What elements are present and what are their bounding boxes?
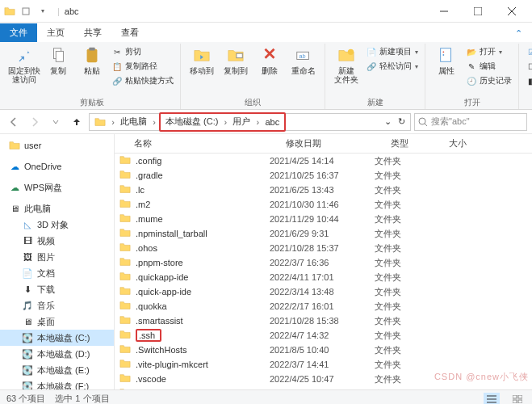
qat-dropdown[interactable]: ▾	[36, 5, 49, 18]
file-row[interactable]: .npminstall_tarball2021/6/29 9:31文件夹	[115, 226, 532, 241]
select-all-button[interactable]: ☑全部选择	[524, 45, 532, 58]
ribbon-tabs: 文件 主页 共享 查看 ⌃	[0, 23, 532, 42]
col-type[interactable]: 类型	[391, 137, 449, 149]
properties-button[interactable]: 属性	[430, 44, 463, 77]
file-date: 2022/3/7 16:36	[270, 258, 375, 267]
history-button[interactable]: 🕘历史记录	[464, 74, 513, 87]
svg-rect-24	[518, 400, 522, 403]
tree-drive-c[interactable]: 💽本地磁盘 (C:)	[0, 330, 114, 346]
tab-home[interactable]: 主页	[37, 23, 74, 42]
file-row[interactable]: .gradle2021/10/25 16:37文件夹	[115, 168, 532, 183]
tree-onedrive[interactable]: ☁OneDrive	[0, 158, 114, 175]
file-row[interactable]: .quickapp-ide2022/4/11 17:01文件夹	[115, 270, 532, 284]
cut-button[interactable]: ✂剪切	[110, 45, 175, 58]
pin-quickaccess-button[interactable]: 固定到快 速访问	[8, 44, 40, 86]
delete-button[interactable]: 删除	[253, 44, 286, 77]
nav-recent-button[interactable]	[47, 113, 65, 131]
tree-downloads[interactable]: ⬇下载	[0, 281, 114, 297]
nav-tree[interactable]: user ☁OneDrive ☁WPS网盘 🖥此电脑 ◺3D 对象 🎞视频 🖼图…	[0, 134, 115, 389]
view-icons-button[interactable]	[509, 393, 526, 405]
file-row[interactable]: .lc2021/6/25 13:43文件夹	[115, 183, 532, 197]
qat-icon[interactable]	[19, 5, 32, 18]
file-type: 文件夹	[375, 213, 433, 225]
tree-drive-d[interactable]: 💽本地磁盘 (D:)	[0, 346, 114, 362]
file-row[interactable]: .m22021/10/30 11:46文件夹	[115, 197, 532, 212]
breadcrumb-refresh[interactable]: ↻	[395, 114, 408, 130]
maximize-button[interactable]	[461, 0, 495, 23]
new-folder-button[interactable]: 新建 文件夹	[330, 44, 362, 86]
open-button[interactable]: 📂打开▾	[464, 45, 513, 58]
file-row[interactable]: .quokka2022/2/17 16:01文件夹	[115, 299, 532, 314]
close-button[interactable]	[495, 0, 529, 23]
tree-documents[interactable]: 📄文档	[0, 265, 114, 281]
file-row[interactable]: .pnpm-store2022/3/7 16:36文件夹	[115, 255, 532, 270]
invert-selection-button[interactable]: ◧反向选择	[524, 74, 532, 87]
col-date[interactable]: 修改日期	[286, 137, 391, 149]
minimize-button[interactable]	[427, 0, 461, 23]
breadcrumb-drive[interactable]: 本地磁盘 (C:)	[162, 114, 221, 130]
copy-button[interactable]: 复制	[42, 44, 74, 77]
file-date: 2021/10/28 15:37	[270, 243, 375, 253]
file-rows[interactable]: .config2021/4/25 14:14文件夹.gradle2021/10/…	[115, 154, 532, 389]
breadcrumb-dropdown[interactable]: ⌄	[381, 114, 395, 130]
nav-back-button[interactable]	[5, 113, 23, 131]
search-placeholder: 搜索"abc"	[431, 116, 470, 128]
titlebar: ▾ | abc	[0, 0, 532, 23]
file-row[interactable]: .mume2021/11/29 10:44文件夹	[115, 212, 532, 226]
tree-pictures[interactable]: 🖼图片	[0, 249, 114, 265]
file-row[interactable]: .ohos2021/10/28 15:37文件夹	[115, 241, 532, 255]
file-row[interactable]: .vuxrc2021/5/17 18:08文件夹	[115, 386, 532, 389]
file-row[interactable]: .SwitchHosts2021/8/5 10:40文件夹	[115, 343, 532, 357]
breadcrumb-abc[interactable]: abc	[262, 114, 283, 130]
rename-button[interactable]: ab重命名	[287, 44, 320, 77]
paste-shortcut-button[interactable]: 🔗粘贴快捷方式	[110, 74, 175, 87]
col-name[interactable]: 名称	[134, 137, 286, 149]
paste-button[interactable]: 粘贴	[76, 44, 108, 77]
tree-drive-e[interactable]: 💽本地磁盘 (E:)	[0, 362, 114, 378]
tab-file[interactable]: 文件	[0, 23, 37, 42]
search-box[interactable]: 搜索"abc"	[414, 113, 527, 131]
tree-user[interactable]: user	[0, 137, 114, 154]
address-bar: › 此电脑 › 本地磁盘 (C:) › 用户 › abc ⌄ ↻ 搜索"abc"	[0, 110, 532, 134]
select-none-button[interactable]: ☐全部取消	[524, 60, 532, 73]
selected-count: 选中 1 个项目	[55, 393, 109, 404]
easy-access-button[interactable]: 🔗轻松访问▾	[364, 60, 420, 73]
file-type: 文件夹	[375, 271, 433, 284]
column-headers[interactable]: 名称 修改日期 类型 大小	[115, 134, 532, 154]
breadcrumb-icon[interactable]	[91, 114, 109, 130]
tree-music[interactable]: 🎵音乐	[0, 297, 114, 314]
file-row[interactable]: .smartassist2021/10/28 15:38文件夹	[115, 314, 532, 328]
col-size[interactable]: 大小	[449, 137, 532, 149]
copy-to-button[interactable]: 复制到	[220, 44, 252, 77]
tree-pc[interactable]: 🖥此电脑	[0, 200, 114, 217]
move-to-button[interactable]: 移动到	[186, 44, 218, 77]
file-row[interactable]: .vite-plugin-mkcert2022/3/7 14:41文件夹	[115, 357, 532, 372]
nav-forward-button[interactable]	[26, 113, 44, 131]
tab-view[interactable]: 查看	[111, 23, 149, 42]
breadcrumb[interactable]: › 此电脑 › 本地磁盘 (C:) › 用户 › abc ⌄ ↻	[89, 113, 411, 131]
chevron-right-icon[interactable]: ›	[109, 117, 117, 127]
view-details-button[interactable]	[484, 393, 500, 405]
breadcrumb-pc[interactable]: 此电脑	[117, 114, 150, 130]
tree-3d[interactable]: ◺3D 对象	[0, 217, 114, 233]
folder-icon	[3, 5, 16, 18]
breadcrumb-users[interactable]: 用户	[229, 114, 253, 130]
file-type: 文件夹	[375, 388, 433, 390]
edit-button[interactable]: ✎编辑	[464, 60, 513, 73]
file-row[interactable]: .config2021/4/25 14:14文件夹	[115, 154, 532, 168]
tree-drive-f[interactable]: 💽本地磁盘 (F:)	[0, 378, 114, 389]
file-row[interactable]: .quick-app-ide2022/3/14 13:48文件夹	[115, 284, 532, 299]
ribbon-collapse[interactable]: ⌃	[505, 25, 532, 42]
file-type: 文件夹	[375, 373, 433, 385]
tree-desktop[interactable]: 🖥桌面	[0, 314, 114, 330]
svg-rect-9	[237, 53, 242, 58]
new-item-button[interactable]: 📄新建项目▾	[364, 45, 420, 58]
file-row[interactable]: .ssh2022/4/7 14:32文件夹	[115, 328, 532, 343]
tree-videos[interactable]: 🎞视频	[0, 233, 114, 249]
copy-path-button[interactable]: 📋复制路径	[110, 60, 175, 73]
chevron-right-icon[interactable]: ›	[150, 117, 158, 127]
tab-share[interactable]: 共享	[74, 23, 111, 42]
nav-up-button[interactable]	[68, 113, 86, 131]
file-row[interactable]: .vscode2022/4/25 10:47文件夹	[115, 372, 532, 386]
tree-wps[interactable]: ☁WPS网盘	[0, 179, 114, 196]
